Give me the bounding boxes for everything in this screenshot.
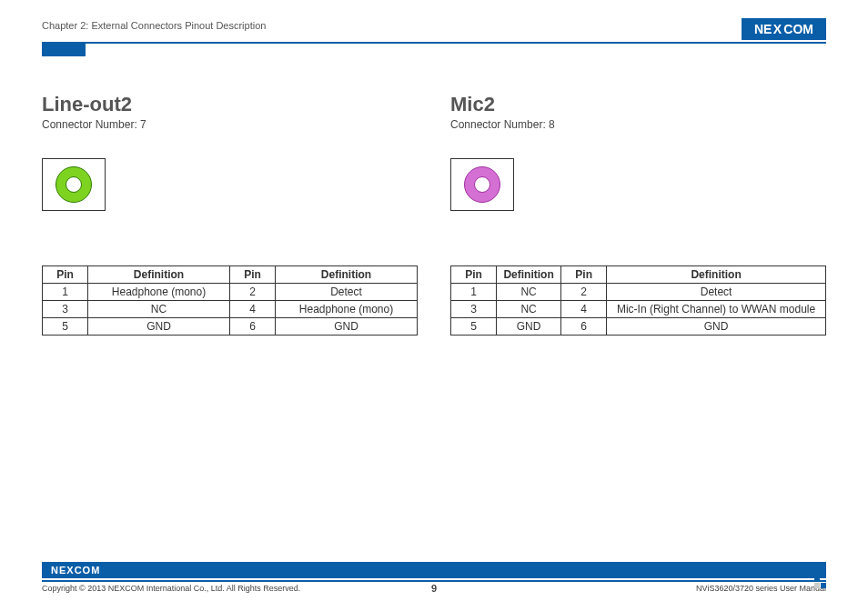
pin-cell: 1 xyxy=(451,284,497,301)
pin-cell: 5 xyxy=(43,318,88,336)
th-def: Definition xyxy=(607,266,826,284)
footer-squares-icon xyxy=(814,576,826,588)
logo-text-ne: NE xyxy=(51,565,66,576)
audio-jack-green-icon xyxy=(56,166,92,203)
header-blue-tab xyxy=(42,44,86,56)
pin-cell: 3 xyxy=(451,301,497,318)
right-connector-subtitle: Connector Number: 8 xyxy=(450,118,826,131)
left-jack-diagram xyxy=(42,158,106,211)
th-pin: Pin xyxy=(451,266,497,284)
page-footer: NEXCOM Copyright © 2013 NEXCOM Internati… xyxy=(42,562,826,593)
pin-cell: 6 xyxy=(230,318,276,336)
th-def: Definition xyxy=(497,266,561,284)
def-cell: Detect xyxy=(276,284,418,301)
def-cell: Mic-In (Right Channel) to WWAN module xyxy=(607,301,826,318)
th-pin: Pin xyxy=(230,266,276,284)
table-row: 5GND6GND xyxy=(451,318,826,336)
th-pin: Pin xyxy=(561,266,607,284)
def-cell: GND xyxy=(276,318,418,336)
pin-cell: 4 xyxy=(561,301,607,318)
def-cell: GND xyxy=(607,318,826,336)
def-cell: GND xyxy=(497,318,561,336)
manual-title: NViS3620/3720 series User Manual xyxy=(696,584,826,593)
table-header-row: Pin Definition Pin Definition xyxy=(43,266,418,284)
left-connector-subtitle: Connector Number: 7 xyxy=(42,118,418,131)
right-table-body: 1NC2Detect3NC4Mic-In (Right Channel) to … xyxy=(451,284,826,336)
def-cell: NC xyxy=(88,301,230,318)
chapter-title: Chapter 2: External Connectors Pinout De… xyxy=(42,18,266,31)
table-row: 5GND6GND xyxy=(43,318,418,336)
th-pin: Pin xyxy=(43,266,88,284)
def-cell: Headphone (mono) xyxy=(88,284,230,301)
def-cell: NC xyxy=(497,301,561,318)
page-header: Chapter 2: External Connectors Pinout De… xyxy=(42,18,826,44)
logo-text-x: X xyxy=(772,22,783,36)
audio-jack-pink-icon xyxy=(464,166,500,203)
brand-logo-bottom: NEXCOM xyxy=(42,562,826,578)
table-row: 1Headphone (mono)2Detect xyxy=(43,284,418,301)
table-header-row: Pin Definition Pin Definition xyxy=(451,266,826,284)
pin-cell: 5 xyxy=(451,318,497,336)
left-column: Line-out2 Connector Number: 7 Pin Defini… xyxy=(42,93,418,336)
left-connector-title: Line-out2 xyxy=(42,93,418,116)
pin-cell: 2 xyxy=(230,284,276,301)
page-number: 9 xyxy=(431,583,437,594)
pin-cell: 2 xyxy=(561,284,607,301)
th-def: Definition xyxy=(276,266,418,284)
pin-cell: 1 xyxy=(43,284,88,301)
logo-text-x: X xyxy=(66,565,74,576)
left-table-body: 1Headphone (mono)2Detect3NC4Headphone (m… xyxy=(43,284,418,336)
def-cell: GND xyxy=(88,318,230,336)
right-pinout-table: Pin Definition Pin Definition 1NC2Detect… xyxy=(450,265,826,336)
pin-cell: 6 xyxy=(561,318,607,336)
copyright-text: Copyright © 2013 NEXCOM International Co… xyxy=(42,584,300,593)
def-cell: Detect xyxy=(607,284,826,301)
logo-text-ne: NE xyxy=(754,22,772,36)
pin-cell: 4 xyxy=(230,301,276,318)
brand-logo-top: NEXCOM xyxy=(742,18,826,40)
right-jack-diagram xyxy=(450,158,514,211)
right-connector-title: Mic2 xyxy=(450,93,826,116)
th-def: Definition xyxy=(88,266,230,284)
logo-text-com: COM xyxy=(75,565,101,576)
table-row: 1NC2Detect xyxy=(451,284,826,301)
def-cell: NC xyxy=(497,284,561,301)
def-cell: Headphone (mono) xyxy=(276,301,418,318)
table-row: 3NC4Headphone (mono) xyxy=(43,301,418,318)
right-column: Mic2 Connector Number: 8 Pin Definition … xyxy=(450,93,826,336)
logo-text-com: COM xyxy=(783,22,813,36)
table-row: 3NC4Mic-In (Right Channel) to WWAN modul… xyxy=(451,301,826,318)
left-pinout-table: Pin Definition Pin Definition 1Headphone… xyxy=(42,265,418,336)
pin-cell: 3 xyxy=(43,301,88,318)
